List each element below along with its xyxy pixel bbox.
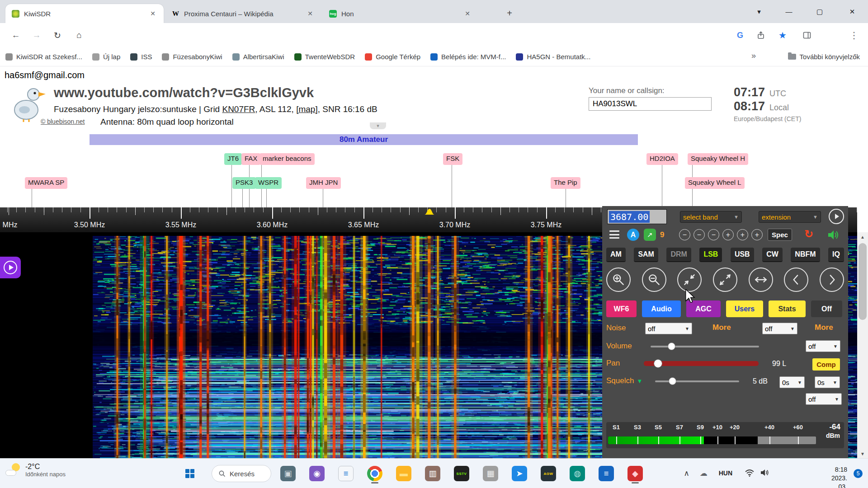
dx-label[interactable]: FSK [443, 153, 462, 165]
bookmark-item[interactable]: HA5GN - Bemutatk... [516, 53, 590, 61]
bookmarks-overflow-icon[interactable]: » [751, 51, 756, 61]
wf-adjust-button-3[interactable]: − [708, 229, 719, 240]
taskbar-search[interactable]: Keresés [212, 465, 271, 482]
taskbar-app-list-app[interactable]: ≡ [597, 464, 615, 483]
start-button[interactable] [181, 465, 199, 483]
panel-tab-off[interactable]: Off [811, 300, 842, 317]
station-title-link[interactable]: www.youtube.com/watch?v=G3BclklGyvk [54, 85, 314, 100]
noise-more-button-1[interactable]: More [712, 323, 731, 332]
tab-wikipedia[interactable]: W Proxima Centauri – Wikipédia ✕ [165, 4, 321, 23]
tab-search-caret-icon[interactable]: ▾ [749, 0, 769, 23]
zoom-button-fit-width[interactable] [749, 267, 773, 292]
onedrive-cloud-icon[interactable]: ☁ [700, 469, 708, 478]
taskbar-app-red-app[interactable]: ◆ [626, 464, 644, 483]
pan-slider-thumb[interactable] [654, 359, 662, 368]
volume-slider-thumb[interactable] [668, 343, 675, 350]
notification-badge[interactable]: 5 [854, 469, 863, 478]
map-link[interactable]: [map] [296, 104, 318, 114]
mode-button-sam[interactable]: SAM [634, 248, 658, 262]
taskbar-app-file-explorer[interactable]: ▬ [395, 464, 413, 483]
scroll-up-icon[interactable]: ▲ [857, 232, 868, 241]
panel-tab-users[interactable]: Users [726, 300, 763, 317]
header-collapse-button[interactable]: ▾ [370, 122, 386, 129]
panel-tab-agc[interactable]: AGC [686, 300, 721, 317]
side-panel-icon[interactable] [800, 28, 814, 42]
wf-adjust-button-1[interactable]: − [679, 229, 690, 240]
volume-slider[interactable] [651, 346, 759, 347]
dx-label[interactable]: HD2IOA [646, 153, 678, 165]
squelch-slider-thumb[interactable] [669, 377, 676, 385]
volume-select[interactable]: off▼ [806, 340, 840, 352]
scrollbar-thumb[interactable] [859, 243, 867, 320]
speaker-icon[interactable] [827, 229, 839, 241]
bookmark-item[interactable]: ISS [130, 53, 152, 61]
tab-hvg[interactable]: hvg Hon ✕ [323, 4, 478, 23]
comp-button[interactable]: Comp [812, 358, 840, 371]
band-bar-80m[interactable]: 80m Amateur [90, 134, 638, 145]
menu-icon[interactable] [609, 230, 619, 239]
dx-label[interactable]: PSK3 [232, 177, 256, 189]
keyboard-language[interactable]: HUN [719, 469, 732, 477]
mode-button-cw[interactable]: CW [762, 248, 783, 262]
zoom-button-zoom-max-out[interactable] [713, 267, 737, 292]
bottom-select[interactable]: off▼ [806, 393, 842, 405]
bookmark-item[interactable]: KiwiSDR at Szekesf... [5, 53, 82, 61]
squelch-slider[interactable] [655, 380, 739, 382]
home-icon[interactable]: ⌂ [72, 28, 86, 42]
tray-clock[interactable]: 8:18 2023. 03. 03. [831, 465, 847, 488]
extension-select[interactable]: extension▼ [759, 211, 821, 223]
tuning-passband-marker[interactable] [419, 208, 440, 215]
mode-button-nbfm[interactable]: NBFM [791, 248, 820, 262]
bookmark-item[interactable]: Belépés ide: MVM-f... [430, 53, 506, 61]
bookmark-item[interactable]: TwenteWebSDR [294, 53, 355, 61]
noise-more-button-2[interactable]: More [815, 323, 833, 332]
dx-label[interactable]: WSPR [255, 177, 282, 189]
window-maximize-button[interactable]: ▢ [809, 0, 830, 23]
tab-close-icon[interactable]: ✕ [306, 9, 315, 18]
tab-close-icon[interactable]: ✕ [463, 9, 472, 18]
screenshare-icon[interactable]: ↗ [644, 229, 656, 241]
dx-label[interactable]: JT6 [224, 153, 242, 165]
weather-widget[interactable]: -2°C Időnként napos [5, 462, 66, 478]
band-select[interactable]: select band▼ [680, 211, 742, 223]
mode-button-usb[interactable]: USB [731, 248, 754, 262]
callsign-input[interactable] [589, 97, 712, 111]
mode-button-am[interactable]: AM [606, 248, 626, 262]
forward-icon[interactable]: → [30, 28, 43, 42]
spectrum-button[interactable]: Spec [768, 229, 792, 241]
bluebison-credit-link[interactable]: © bluebison.net [41, 118, 85, 125]
bookmark-item[interactable]: AlbertirsaKiwi [232, 53, 284, 61]
dx-label[interactable]: Squeaky Wheel L [685, 177, 745, 189]
bookmark-star-icon[interactable]: ★ [776, 28, 789, 42]
zoom-button-zoom-in[interactable] [606, 267, 631, 292]
frequency-input[interactable]: 3687.00 [607, 209, 667, 224]
reload-icon[interactable]: ↻ [51, 28, 64, 42]
agc-a-icon[interactable]: A [627, 229, 639, 241]
volume-tray-icon[interactable] [760, 469, 769, 479]
tab-close-icon[interactable]: ✕ [148, 9, 157, 18]
wf-adjust-button-6[interactable]: + [751, 229, 763, 240]
scroll-down-icon[interactable]: ▼ [857, 449, 868, 458]
taskbar-app-globe-app[interactable]: ◍ [568, 464, 586, 483]
refresh-icon[interactable]: ↻ [804, 228, 813, 240]
dx-label[interactable]: marker beacons [259, 153, 315, 165]
wf-adjust-button-2[interactable]: − [693, 229, 705, 240]
squelch-triangle-icon[interactable]: ▼ [637, 378, 642, 385]
dx-label[interactable]: Squeaky Wheel H [688, 153, 748, 165]
noise-select-2[interactable]: off▼ [762, 323, 797, 334]
wf-adjust-button-4[interactable]: + [722, 229, 734, 240]
bookmark-item[interactable]: Új lap [92, 53, 120, 61]
taskbar-app-maps-app[interactable]: ➤ [510, 464, 528, 483]
page-scrollbar[interactable]: ▲ ▼ [857, 232, 868, 458]
taskbar-app-camera-app[interactable]: ◉ [308, 464, 326, 483]
tab-kiwisdr[interactable]: KiwiSDR ✕ [5, 4, 164, 23]
google-icon[interactable]: G [733, 28, 747, 42]
squelch-select-2[interactable]: 0s▼ [815, 376, 840, 388]
bookmark-item[interactable]: FüzesabonyKiwi [162, 53, 222, 61]
zoom-button-zoom-band[interactable] [677, 267, 702, 292]
taskbar-app-chrome[interactable] [366, 464, 384, 483]
noise-select-1[interactable]: off▼ [645, 323, 692, 334]
window-minimize-button[interactable]: — [778, 0, 799, 23]
audio-start-overlay-button[interactable] [0, 257, 21, 278]
bookmark-item[interactable]: Google Térkép [365, 53, 420, 61]
